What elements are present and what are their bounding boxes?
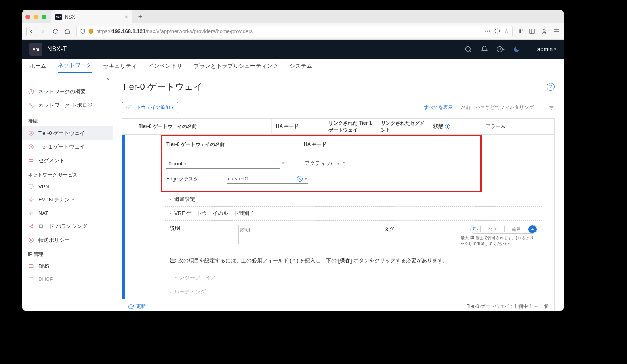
chevron-right-icon: › — [170, 290, 171, 294]
filter-input[interactable] — [460, 103, 541, 112]
menu-icon[interactable] — [553, 28, 560, 35]
nav-network[interactable]: ネットワーク — [58, 59, 92, 73]
sidebar-item-label: セグメント — [38, 157, 65, 164]
sidebar-heading-connect: 接続 — [22, 114, 113, 126]
add-gateway-label: ゲートウェイの追加 — [126, 104, 170, 111]
nav-home[interactable]: ホーム — [29, 59, 46, 73]
permissions-icon[interactable] — [494, 28, 500, 34]
sidebar-item-segments[interactable]: セグメント — [22, 154, 113, 167]
accordion-additional-settings[interactable]: › 追加設定 — [165, 192, 542, 207]
more-actions-icon[interactable]: ••• — [485, 28, 490, 34]
svg-point-19 — [29, 226, 30, 227]
window-close-button[interactable] — [25, 15, 30, 19]
highlighted-form-area: Tier-0 ゲートウェイの名前 HA モード * ア — [161, 135, 482, 192]
col-status[interactable]: 状態 i — [429, 119, 482, 134]
col-name[interactable]: Tier-0 ゲートウェイの名前 — [135, 119, 272, 134]
tag-name-field[interactable]: タグ — [480, 226, 504, 232]
help-icon[interactable]: ▾ — [497, 45, 505, 53]
page-help-icon[interactable]: ? — [547, 83, 555, 91]
gateway-grid: Tier-0 ゲートウェイの名前 HA モード リンクされた Tier-1 ゲー… — [122, 118, 555, 311]
evpn-icon — [28, 197, 34, 203]
search-icon[interactable] — [464, 45, 472, 53]
filter-icon[interactable] — [548, 105, 555, 111]
col-linked-t1[interactable]: リンクされた Tier-1 ゲートウェイ — [324, 119, 377, 134]
sidebar-item-evpn[interactable]: EVPN テナント — [22, 193, 113, 207]
add-gateway-button[interactable]: ゲートウェイの追加 ▾ — [122, 102, 178, 113]
accordion-label: 追加設定 — [174, 196, 195, 203]
sidebar-item-nat[interactable]: NAT — [22, 207, 113, 220]
sidebar-item-fwd[interactable]: 転送ポリシー — [22, 233, 113, 247]
browser-tab-nsx[interactable]: NSX NSX × — [51, 10, 132, 23]
sidebar-item-vpn[interactable]: VPN — [22, 180, 113, 193]
accordion-routing: › ルーティング — [165, 285, 542, 299]
grid-header: Tier-0 ゲートウェイの名前 HA モード リンクされた Tier-1 ゲー… — [122, 119, 554, 135]
shield-icon — [80, 29, 86, 34]
nav-system[interactable]: システム — [290, 59, 312, 73]
edge-cluster-select[interactable]: cluster01 × ▾ — [227, 174, 308, 184]
main-content: Tier-0 ゲートウェイ ? ゲートウェイの追加 ▾ すべてを表示 Tier-… — [113, 73, 564, 311]
window-maximize-button[interactable] — [42, 15, 46, 19]
sidebar-heading-ip: IP 管理 — [22, 247, 113, 259]
browser-toolbar: https://192.168.1.121/nsx/#/app/networks… — [22, 23, 564, 40]
vmware-logo: vm — [29, 43, 42, 56]
svg-point-20 — [32, 224, 33, 225]
svg-point-18 — [30, 199, 32, 201]
forward-icon — [28, 237, 34, 243]
sidebar-item-label: DHCP — [38, 276, 53, 282]
tag-widget[interactable]: タグ 範囲 + — [470, 225, 537, 234]
new-tab-button[interactable]: + — [135, 13, 145, 21]
add-tag-icon[interactable]: + — [528, 225, 537, 233]
accordion-vrf-route-id[interactable]: › VRF ゲートウェイのルート識別子 — [165, 207, 542, 221]
sidebar-item-topology[interactable]: ネットワーク トポロジ — [22, 98, 113, 112]
forward-button[interactable] — [38, 27, 48, 36]
bell-icon[interactable] — [480, 45, 488, 53]
refresh-button[interactable]: 更新 — [128, 303, 146, 310]
svg-point-21 — [32, 227, 33, 228]
sidebar-item-overview[interactable]: ネットワークの概要 — [22, 85, 113, 98]
chevron-down-icon: ▾ — [305, 177, 307, 181]
sidebar-item-label: 転送ポリシー — [38, 236, 70, 244]
tab-close-icon[interactable]: × — [125, 14, 128, 20]
vpn-icon — [28, 183, 34, 190]
lock-warning-icon — [88, 29, 94, 34]
col-linked-seg[interactable]: リンクされたセグメント — [377, 119, 429, 134]
home-button[interactable] — [63, 27, 72, 36]
sidebar-icon[interactable] — [529, 28, 535, 35]
back-button[interactable] — [26, 27, 36, 36]
reload-button[interactable] — [50, 27, 60, 36]
browser-tab-bar: NSX NSX × + — [22, 10, 564, 23]
primary-nav: ホーム ネットワーク セキュリティ インベントリ プランとトラブルシューティング… — [22, 59, 564, 73]
url-input[interactable]: https://192.168.1.121/nsx/#/app/networks… — [76, 26, 513, 37]
account-icon[interactable] — [541, 28, 547, 35]
sidebar-item-dhcp[interactable]: DHCP — [22, 272, 113, 285]
bookmark-icon[interactable]: ☆ — [504, 28, 509, 34]
sidebar-item-dns[interactable]: DNS — [22, 259, 113, 272]
nav-inventory[interactable]: インベントリ — [148, 59, 182, 73]
sidebar-item-tier0[interactable]: Tier-0 ゲートウェイ — [22, 126, 113, 140]
nav-plan[interactable]: プランとトラブルシューティング — [194, 59, 278, 73]
collapse-sidebar-icon[interactable]: « — [107, 76, 109, 82]
dns-icon — [28, 263, 34, 269]
ha-mode-select[interactable]: アクティブ/ ▾ — [304, 158, 340, 169]
library-icon[interactable] — [517, 28, 523, 35]
user-menu[interactable]: admin ▾ — [529, 46, 556, 52]
sidebar-item-lb[interactable]: ロード バランシング — [22, 220, 113, 233]
sidebar-item-label: VPN — [38, 184, 49, 190]
col-alarm[interactable]: アラーム — [482, 119, 554, 134]
window-minimize-button[interactable] — [34, 15, 38, 19]
svg-rect-1 — [530, 29, 534, 34]
tag-scope-field[interactable]: 範囲 — [504, 226, 528, 232]
info-icon[interactable]: i — [445, 124, 450, 129]
nav-security[interactable]: セキュリティ — [103, 59, 137, 73]
description-textarea[interactable] — [238, 225, 319, 244]
page-title: Tier-0 ゲートウェイ — [122, 81, 203, 93]
clear-icon[interactable]: × — [297, 176, 303, 182]
gateway-name-input[interactable] — [166, 159, 280, 169]
edge-cluster-label: Edge クラスタ — [166, 176, 227, 182]
sidebar-item-tier1[interactable]: Tier-1 ゲートウェイ — [22, 140, 113, 154]
lb-icon — [28, 223, 34, 230]
show-all-link[interactable]: すべてを表示 — [424, 104, 453, 111]
moon-icon[interactable] — [513, 45, 521, 53]
col-ha[interactable]: HA モード — [272, 119, 324, 134]
tag-hint: 最大 30 個まで許可されます。(+) をクリックして追加してください。 — [461, 235, 537, 247]
